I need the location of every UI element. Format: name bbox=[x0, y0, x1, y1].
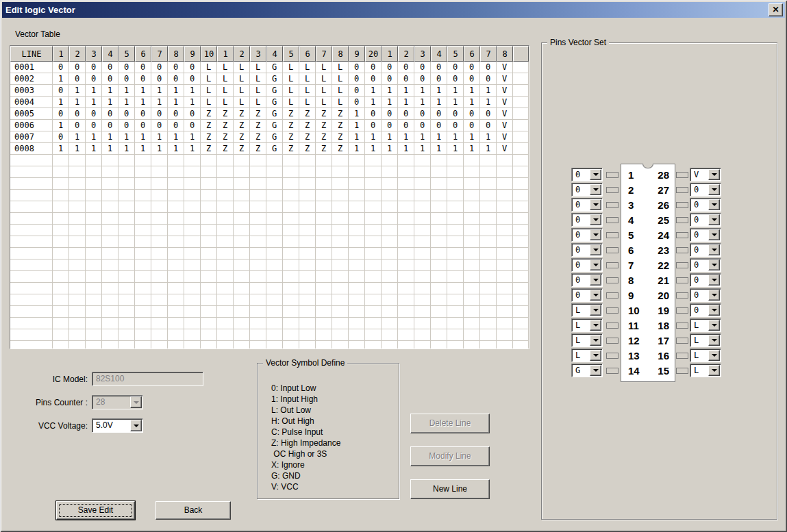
dropdown-arrow-button[interactable] bbox=[708, 199, 720, 210]
dropdown-arrow-button[interactable] bbox=[708, 365, 720, 376]
dropdown-arrow-button[interactable] bbox=[590, 244, 601, 255]
pin-11-combobox[interactable]: L bbox=[571, 318, 603, 332]
dropdown-arrow-button[interactable] bbox=[708, 244, 720, 255]
table-cell bbox=[349, 259, 365, 271]
empty-table-row bbox=[10, 190, 529, 201]
pin-16-combobox[interactable]: L bbox=[690, 349, 721, 362]
table-cell: L bbox=[316, 62, 332, 73]
dropdown-arrow-button[interactable] bbox=[708, 184, 720, 195]
pin-14-combobox[interactable]: G bbox=[571, 364, 603, 377]
chevron-down-icon bbox=[593, 279, 599, 281]
dropdown-arrow-button[interactable] bbox=[590, 275, 601, 286]
table-cell bbox=[266, 190, 283, 201]
pin-18-combobox[interactable]: L bbox=[690, 318, 721, 332]
pin-3-combobox[interactable]: 0 bbox=[571, 198, 603, 212]
pin-21-combobox[interactable]: 0 bbox=[690, 273, 721, 287]
table-cell bbox=[398, 341, 414, 349]
pin-15-combobox[interactable]: L bbox=[690, 364, 721, 377]
modify-line-label: Modify Line bbox=[429, 451, 471, 461]
dropdown-arrow-button[interactable] bbox=[708, 229, 720, 240]
pin-24-combobox[interactable]: 0 bbox=[690, 228, 721, 242]
pin-6-combobox[interactable]: 0 bbox=[571, 243, 603, 257]
table-cell bbox=[447, 294, 464, 306]
pin-8-combobox[interactable]: 0 bbox=[571, 273, 603, 287]
table-cell bbox=[316, 306, 332, 318]
pin-9-combobox[interactable]: 0 bbox=[571, 288, 603, 302]
table-cell bbox=[480, 283, 497, 294]
dropdown-arrow-button[interactable] bbox=[590, 214, 601, 225]
dropdown-arrow-button[interactable] bbox=[590, 320, 601, 331]
dropdown-arrow-button[interactable] bbox=[708, 259, 720, 270]
delete-line-button[interactable]: Delete Line bbox=[410, 414, 490, 433]
pin-28-combobox[interactable]: V bbox=[690, 168, 721, 181]
table-cell: 0 bbox=[53, 131, 69, 143]
dropdown-arrow-button[interactable] bbox=[590, 305, 601, 316]
dropdown-arrow-button[interactable] bbox=[708, 169, 720, 180]
table-cell bbox=[10, 225, 53, 236]
table-row[interactable]: 0001000000000LLLLGLLLL000000000V bbox=[10, 62, 529, 73]
pin-1-combobox[interactable]: 0 bbox=[571, 168, 603, 181]
dropdown-arrow-button[interactable] bbox=[708, 275, 720, 286]
table-row[interactable]: 0003011111111LLLLGLLLL011111111V bbox=[10, 85, 529, 97]
table-cell bbox=[53, 271, 69, 283]
pin-22-combobox[interactable]: 0 bbox=[690, 258, 721, 272]
column-header: 1 bbox=[382, 46, 398, 62]
pin-26-combobox[interactable]: 0 bbox=[690, 198, 721, 212]
dropdown-arrow-button[interactable] bbox=[590, 350, 601, 361]
dropdown-arrow-button[interactable] bbox=[708, 305, 720, 316]
pins-counter-combobox[interactable]: 28 bbox=[92, 395, 143, 409]
close-button[interactable]: ✕ bbox=[769, 3, 783, 16]
pin-13-combobox[interactable]: L bbox=[571, 349, 603, 362]
dropdown-arrow-button[interactable] bbox=[708, 320, 720, 331]
table-row[interactable]: 0004111111111LLLLGLLLL011111111V bbox=[10, 97, 529, 108]
title-bar[interactable]: Edit logic Vector ✕ bbox=[2, 2, 785, 18]
dropdown-arrow-button[interactable] bbox=[708, 350, 720, 361]
table-cell bbox=[201, 155, 217, 166]
ic-model-field[interactable]: 82S100 bbox=[92, 372, 203, 386]
pin-17-combobox[interactable]: L bbox=[690, 333, 721, 347]
table-row[interactable]: 0002100000000LLLLGLLLL000000000V bbox=[10, 73, 529, 85]
new-line-button[interactable]: New Line bbox=[410, 479, 490, 499]
table-row[interactable]: 0005000000000ZZZZGZZZZ100000000V bbox=[10, 108, 529, 120]
dropdown-arrow-button[interactable] bbox=[590, 365, 601, 376]
pin-12-combobox[interactable]: L bbox=[571, 333, 603, 347]
table-row[interactable]: 0007011111111ZZZZGZZZZ111111111V bbox=[10, 131, 529, 143]
pin-4-combobox[interactable]: 0 bbox=[571, 213, 603, 227]
dropdown-arrow-button[interactable] bbox=[708, 335, 720, 346]
vcc-voltage-combobox[interactable]: 5.0V bbox=[92, 418, 143, 433]
table-cell bbox=[250, 190, 266, 201]
table-cell bbox=[69, 201, 86, 213]
table-cell bbox=[234, 166, 250, 178]
pin-10-combobox[interactable]: L bbox=[571, 303, 603, 317]
dropdown-arrow-button[interactable] bbox=[590, 335, 601, 346]
column-header: 3 bbox=[414, 46, 431, 62]
dropdown-arrow-button[interactable] bbox=[590, 259, 601, 270]
dropdown-arrow-button[interactable] bbox=[590, 199, 601, 210]
pin-5-combobox[interactable]: 0 bbox=[571, 228, 603, 242]
dropdown-arrow-button[interactable] bbox=[708, 214, 720, 225]
pin-19-combobox[interactable]: 0 bbox=[690, 303, 721, 317]
dropdown-arrow-button[interactable] bbox=[708, 290, 720, 301]
table-cell bbox=[414, 318, 431, 329]
modify-line-button[interactable]: Modify Line bbox=[410, 446, 490, 466]
table-row[interactable]: 0006100000000ZZZZGZZZZ100000000V bbox=[10, 120, 529, 131]
dropdown-arrow-button[interactable] bbox=[590, 184, 601, 195]
dropdown-arrow-button[interactable] bbox=[130, 396, 142, 408]
pin-state-value: 0 bbox=[575, 260, 580, 270]
pin-27-combobox[interactable]: 0 bbox=[690, 183, 721, 197]
save-edit-button[interactable]: Save Edit bbox=[56, 501, 135, 520]
dropdown-arrow-button[interactable] bbox=[130, 420, 142, 431]
dropdown-arrow-button[interactable] bbox=[590, 229, 601, 240]
table-cell: 1 bbox=[53, 97, 69, 108]
back-button[interactable]: Back bbox=[155, 501, 231, 520]
pin-25-combobox[interactable]: 0 bbox=[690, 213, 721, 227]
table-cell bbox=[151, 155, 168, 166]
pin-23-combobox[interactable]: 0 bbox=[690, 243, 721, 257]
pin-2-combobox[interactable]: 0 bbox=[571, 183, 603, 197]
dropdown-arrow-button[interactable] bbox=[590, 290, 601, 301]
dropdown-arrow-button[interactable] bbox=[590, 169, 601, 180]
table-row[interactable]: 0008111111111ZZZZGZZZZ111111111V bbox=[10, 143, 529, 155]
pin-20-combobox[interactable]: 0 bbox=[690, 288, 721, 302]
pin-7-combobox[interactable]: 0 bbox=[571, 258, 603, 272]
pin-state-value: 0 bbox=[575, 185, 580, 194]
